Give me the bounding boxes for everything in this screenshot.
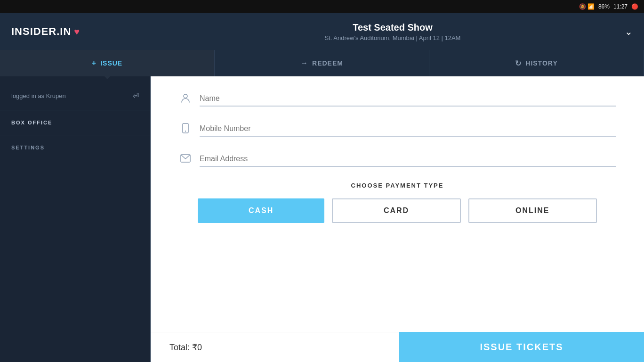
logo-heart: ♥ — [74, 26, 80, 37]
mobile-input-wrap — [200, 122, 616, 137]
name-input[interactable] — [200, 91, 616, 106]
battery-level: 86% — [598, 3, 610, 10]
email-input-wrap — [200, 152, 616, 167]
svg-point-3 — [185, 131, 186, 132]
person-icon — [179, 93, 192, 106]
body-layout: logged in as Krupen ⏎ BOX OFFICE SETTING… — [0, 76, 644, 362]
online-button[interactable]: ONLINE — [468, 198, 597, 223]
name-field-group — [179, 91, 616, 107]
email-field-group — [179, 152, 616, 167]
tab-history[interactable]: ↻ HISTORY — [429, 50, 644, 76]
mobile-input[interactable] — [200, 122, 616, 136]
svg-point-0 — [184, 94, 187, 98]
tab-redeem-label: REDEEM — [312, 59, 343, 67]
footer-bar: Total: ₹0 ISSUE TICKETS — [151, 332, 644, 362]
tab-history-label: HISTORY — [525, 59, 557, 67]
logout-icon[interactable]: ⏎ — [133, 91, 139, 100]
mobile-icon — [179, 123, 192, 136]
event-title: Test Seated Show — [153, 22, 633, 33]
card-button[interactable]: CARD — [332, 198, 460, 223]
issue-icon: + — [92, 59, 97, 67]
sidebar-item-settings[interactable]: SETTINGS — [0, 139, 150, 156]
sidebar: logged in as Krupen ⏎ BOX OFFICE SETTING… — [0, 76, 151, 362]
tab-issue-label: ISSUE — [100, 59, 122, 67]
expand-chevron[interactable]: ⌄ — [625, 26, 633, 37]
tab-issue[interactable]: + ISSUE — [0, 50, 215, 76]
logo-text: INSIDER.IN — [11, 25, 71, 38]
payment-section: CHOOSE PAYMENT TYPE CASH CARD ONLINE — [179, 182, 616, 223]
issue-tickets-button[interactable]: ISSUE TICKETS — [399, 332, 644, 362]
history-icon: ↻ — [515, 59, 522, 68]
clock: 11:27 — [613, 3, 628, 10]
status-icons: 🔕 📶 — [579, 3, 595, 10]
sidebar-item-box-office[interactable]: BOX OFFICE — [0, 114, 150, 131]
issue-tickets-label: ISSUE TICKETS — [480, 342, 563, 353]
header: INSIDER.IN ♥ Test Seated Show St. Andrew… — [0, 13, 644, 50]
user-info: logged in as Krupen ⏎ — [0, 86, 150, 106]
sidebar-divider-2 — [0, 135, 150, 135]
payment-buttons: CASH CARD ONLINE — [179, 198, 616, 223]
redeem-icon: → — [300, 59, 308, 67]
event-subtitle: St. Andrew's Auditorium, Mumbai | April … — [153, 34, 633, 41]
total-label: Total: ₹0 — [169, 342, 202, 353]
status-bar: 🔕 📶 86% 11:27 🔴 — [0, 0, 644, 13]
tab-bar: + ISSUE → REDEEM ↻ HISTORY — [0, 50, 644, 76]
user-label: logged in as Krupen — [11, 92, 66, 99]
payment-label: CHOOSE PAYMENT TYPE — [179, 182, 616, 189]
main-content: CHOOSE PAYMENT TYPE CASH CARD ONLINE Tot… — [151, 76, 644, 362]
alarm-icon: 🔴 — [631, 3, 638, 10]
form-area: CHOOSE PAYMENT TYPE CASH CARD ONLINE — [151, 76, 644, 362]
sidebar-divider-1 — [0, 110, 150, 110]
tab-redeem[interactable]: → REDEEM — [215, 50, 429, 76]
name-input-wrap — [200, 91, 616, 107]
cash-button[interactable]: CASH — [198, 198, 324, 223]
footer-total: Total: ₹0 — [151, 332, 399, 362]
event-info: Test Seated Show St. Andrew's Auditorium… — [153, 22, 633, 41]
email-icon — [179, 154, 192, 165]
mobile-field-group — [179, 122, 616, 137]
email-input[interactable] — [200, 152, 616, 166]
logo: INSIDER.IN ♥ — [11, 25, 153, 38]
